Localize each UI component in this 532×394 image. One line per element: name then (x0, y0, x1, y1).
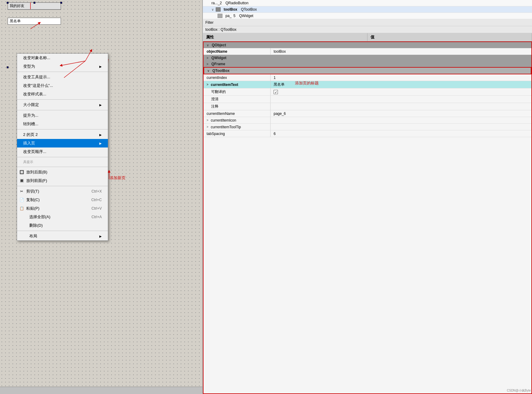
menu-item-goto-slot-label: 转到槽... (23, 121, 38, 127)
watermark: CSDN@小疯Byte (507, 389, 531, 393)
menu-item-promote[interactable]: 提升为... (17, 111, 108, 120)
tree-page-num: 5 (233, 14, 236, 18)
props-header-name: 属性 (203, 33, 367, 41)
props-cell-currentitemname-value[interactable]: page_6 (271, 110, 531, 117)
props-cell-objectname-key: objectName (204, 48, 271, 55)
props-row-currentitemname[interactable]: currentItemName page_6 (204, 110, 531, 117)
menu-item-send-back[interactable]: 🔲 放到后面(B) (17, 168, 108, 176)
props-cell-objectname-value[interactable]: toolBox (271, 48, 531, 55)
props-row-currentitemtext[interactable]: > currentItemText 黑名单 添加页的标题 (204, 81, 531, 88)
selected-object-text: toolBox : QToolBox (205, 27, 236, 32)
props-row-currentitemtooltip[interactable]: > currentItemToolTip (204, 124, 531, 130)
menu-item-hint-label: 具提示 (23, 160, 33, 164)
my-friends-label: 我的好友 (10, 3, 24, 9)
qobject-expand-icon: ∨ (207, 44, 209, 47)
right-panel: ra..._2 QRadioButton ∨ toolBox QToolBox … (203, 0, 532, 394)
separator-2 (17, 99, 108, 100)
menu-item-size-constraint[interactable]: 大小限定 ▶ (17, 101, 108, 109)
section-qtoolbox[interactable]: ∨ QToolBox (204, 67, 531, 74)
menu-item-bring-front[interactable]: 🔳 放到前面(F) (17, 176, 108, 185)
menu-item-insert-page[interactable]: 插入页 ▶ (17, 139, 108, 147)
layout-arrow-icon: ▶ (99, 235, 102, 238)
bring-front-icon: 🔳 (19, 179, 25, 183)
menu-item-change-whatsthis[interactable]: 改变"这是什么"... (17, 81, 108, 90)
qframe-label: QFrame (211, 62, 225, 66)
props-cell-comment-value[interactable] (271, 103, 531, 110)
separator-6 (17, 167, 108, 167)
my-friends-title: 我的好友 (8, 3, 61, 9)
qwidget-expand-icon: > (207, 56, 208, 60)
props-cell-currentitemicon-key: > currentItemIcon (204, 117, 271, 123)
props-row-objectname[interactable]: objectName toolBox (204, 48, 531, 55)
menu-item-change-tooltip[interactable]: 改变工具提示... (17, 73, 108, 81)
status-bar (0, 387, 202, 394)
menu-item-layout[interactable]: 布局 ▶ (17, 232, 108, 240)
menu-item-promote-label: 提升为... (23, 113, 38, 118)
props-cell-currentitemtooltip-value[interactable] (271, 124, 531, 130)
resize-handle-bl[interactable] (7, 66, 9, 68)
menu-item-page2of2-label: 2 的页 2 (23, 132, 38, 137)
props-cell-translatable-value[interactable]: ✓ (271, 88, 531, 95)
props-table[interactable]: ∨ QObject objectName toolBox > QWidget >… (203, 41, 532, 394)
menu-item-goto-slot[interactable]: 转到槽... (17, 120, 108, 128)
annotation-add-page: 添加新页 (110, 175, 126, 181)
menu-item-morph[interactable]: 变型为 ▶ (17, 62, 108, 71)
send-back-icon: 🔲 (19, 170, 25, 174)
props-cell-currentitemtext-value[interactable]: 黑名单 添加页的标题 (271, 81, 531, 88)
tree-page-type: QWidget (239, 14, 254, 18)
separator-7 (17, 186, 108, 186)
props-row-translatable[interactable]: 可翻译的 ✓ (204, 88, 531, 96)
menu-item-copy[interactable]: 📄 复制(C) Ctrl+C (17, 196, 108, 204)
menu-item-paste[interactable]: 📋 粘贴(P) Ctrl+V (17, 204, 108, 213)
props-cell-disambiguation-value[interactable] (271, 96, 531, 103)
menu-item-hint: 具提示 (17, 158, 108, 166)
props-cell-currentindex-value[interactable]: 1 (271, 74, 531, 81)
menu-item-change-page-order-label: 改变页顺序... (23, 149, 46, 154)
props-row-currentitemicon[interactable]: > currentItemIcon (204, 117, 531, 124)
props-row-currentindex[interactable]: currentIndex 1 (204, 74, 531, 81)
props-cell-tabspacing-value[interactable]: 6 (271, 130, 531, 137)
size-constraint-arrow-icon: ▶ (99, 103, 102, 107)
tree-toolbox-name: toolBox (224, 7, 237, 12)
resize-handle-tm[interactable] (34, 2, 35, 4)
menu-item-size-constraint-label: 大小限定 (23, 102, 39, 108)
blacklist-widget[interactable]: 黑名单 (8, 18, 61, 25)
blacklist-label: 黑名单 (8, 18, 61, 24)
separator-8 (17, 231, 108, 231)
morph-arrow-icon: ▶ (99, 65, 102, 68)
filter-label: Filter (205, 20, 214, 25)
separator-3 (17, 110, 108, 110)
section-qframe[interactable]: > QFrame (204, 61, 531, 67)
section-qobject[interactable]: ∨ QObject (204, 42, 531, 48)
menu-item-cut[interactable]: ✂ 剪切(T) Ctrl+X (17, 187, 108, 196)
menu-item-select-all[interactable]: 选择全部(A) Ctrl+A (17, 213, 108, 221)
page2of2-arrow-icon: ▶ (99, 133, 102, 137)
props-row-disambiguation[interactable]: 澄清 (204, 96, 531, 103)
menu-item-morph-label: 变型为 (23, 64, 35, 69)
tree-radio-name: ra..._2 (211, 1, 222, 5)
props-header: 属性 值 (203, 33, 532, 41)
tree-page-icon (218, 14, 222, 18)
tree-toolbox-type: QToolBox (241, 7, 257, 12)
menu-item-change-stylesheet[interactable]: 改变样式表... (17, 90, 108, 98)
props-cell-currentitemtooltip-key: > currentItemToolTip (204, 124, 271, 130)
resize-handle-tr[interactable] (60, 2, 62, 4)
menu-item-change-page-order[interactable]: 改变页顺序... (17, 147, 108, 156)
resize-handle-tl[interactable] (7, 2, 9, 4)
props-row-tabspacing[interactable]: tabSpacing 6 (204, 130, 531, 137)
section-qwidget[interactable]: > QWidget (204, 55, 531, 61)
props-cell-tabspacing-key: tabSpacing (204, 130, 271, 137)
copy-icon: 📄 (19, 198, 25, 202)
tree-row-toolbox[interactable]: ∨ toolBox QToolBox (203, 6, 532, 13)
props-row-comment[interactable]: 注释 (204, 103, 531, 110)
insert-page-arrow-icon: ▶ (99, 142, 102, 145)
tree-row-radio: ra..._2 QRadioButton (203, 0, 532, 6)
props-cell-currentitemtext-key: > currentItemText (204, 81, 271, 88)
menu-item-rename[interactable]: 改变对象名称... (17, 54, 108, 62)
qtoolbox-label: QToolBox (212, 69, 229, 73)
menu-item-page2of2[interactable]: 2 的页 2 ▶ (17, 130, 108, 139)
menu-item-delete[interactable]: 删除(D) (17, 221, 108, 230)
props-cell-currentitemicon-value[interactable] (271, 117, 531, 123)
props-cell-comment-key: 注释 (204, 103, 271, 110)
translatable-checkbox[interactable]: ✓ (274, 90, 278, 94)
